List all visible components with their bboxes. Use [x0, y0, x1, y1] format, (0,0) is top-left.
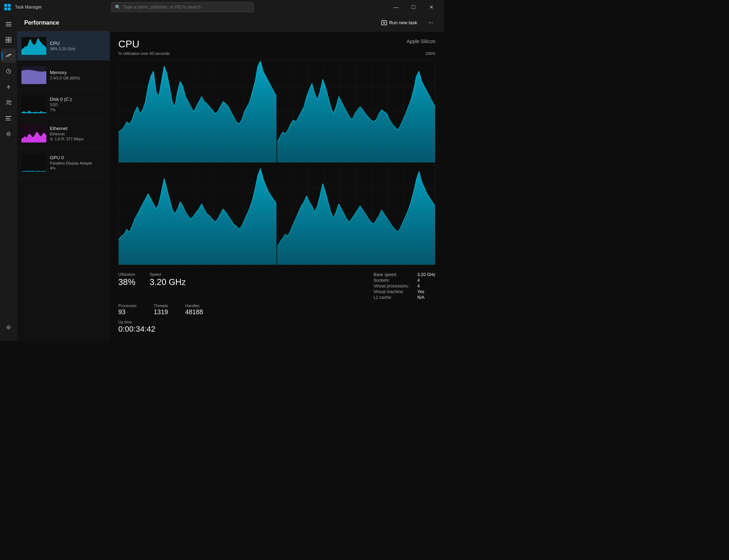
gpu-thumb [21, 154, 46, 172]
resource-item-gpu[interactable]: GPU 0 Parallels Display Adapte 4% [17, 148, 110, 177]
utilization-value: 38% [118, 277, 135, 287]
svg-rect-8 [9, 37, 11, 40]
run-new-task-label: Run new task [389, 20, 417, 25]
svg-point-14 [10, 101, 11, 102]
stat-utilization: Utilization 38% [118, 272, 135, 300]
processes-value: 93 [118, 308, 136, 316]
sockets-value: 4 [417, 278, 435, 283]
close-button[interactable]: ✕ [423, 1, 440, 13]
resource-item-cpu[interactable]: CPU 38% 3.20 GHz [17, 31, 110, 61]
svg-rect-17 [6, 120, 11, 120]
more-options-button[interactable]: ··· [425, 17, 437, 28]
search-icon: 🔍 [115, 5, 120, 10]
svg-rect-3 [8, 7, 11, 10]
sidebar-item-settings[interactable] [1, 320, 16, 335]
svg-rect-5 [6, 24, 11, 25]
ethernet-type: Ethernet [50, 132, 105, 136]
svg-rect-15 [6, 116, 11, 117]
sidebar-item-services[interactable] [1, 127, 16, 141]
stats-row-2: Processes 93 Threads 1319 Handles 48188 [118, 304, 435, 316]
sidebar-item-overview[interactable] [1, 33, 16, 47]
handles-label: Handles [185, 304, 203, 308]
graph-cell-2 [119, 163, 276, 265]
ethernet-name: Ethernet [50, 126, 105, 131]
sidebar-item-startup[interactable] [1, 80, 16, 94]
l1-label: L1 cache: [373, 295, 409, 300]
resource-item-ethernet[interactable]: Ethernet Ethernet S: 1.8 R: 377 Mbps [17, 119, 110, 148]
vm-value: Yes [417, 289, 435, 294]
svg-rect-0 [4, 4, 7, 7]
stat-handles: Handles 48188 [185, 304, 203, 316]
content-area: Performance Run new task ··· [17, 14, 444, 341]
disk-name: Disk 0 (C:) [50, 97, 105, 102]
threads-label: Threads [154, 304, 168, 308]
graphs-container [118, 61, 435, 265]
spec-table: Base speed: 3.20 GHz Sockets: 4 Virtual … [373, 272, 435, 300]
uptime-value: 0:00:34:42 [118, 325, 435, 334]
stat-speed: Speed 3.20 GHz [150, 272, 186, 300]
speed-value: 3.20 GHz [150, 277, 186, 287]
app-logo [4, 4, 11, 10]
graph-cell-1 [277, 61, 435, 162]
svg-rect-2 [4, 7, 7, 10]
svg-rect-7 [6, 37, 8, 40]
sockets-label: Sockets: [373, 278, 409, 283]
main-area: Performance Run new task ··· [0, 14, 444, 341]
disk-thumb [21, 95, 46, 113]
graph-cell-3 [277, 163, 435, 265]
memory-stats: 2.4/3.0 GB (80%) [50, 76, 105, 80]
stat-group-main: Utilization 38% Speed 3.20 GHz [118, 272, 186, 300]
sidebar-item-details[interactable] [1, 111, 16, 125]
memory-name: Memory [50, 70, 105, 75]
ethernet-speed: S: 1.8 R: 377 Mbps [50, 137, 105, 141]
handles-value: 48188 [185, 308, 203, 316]
header-actions: Run new task ··· [378, 17, 437, 28]
ethernet-info: Ethernet Ethernet S: 1.8 R: 377 Mbps [50, 126, 105, 141]
gpu-info: GPU 0 Parallels Display Adapte 4% [50, 155, 105, 170]
svg-rect-6 [6, 26, 11, 26]
threads-value: 1319 [154, 308, 168, 316]
stat-processes: Processes 93 [118, 304, 136, 316]
detail-panel: CPU Apple Silicon % Utilization over 60 … [110, 31, 444, 341]
window-controls: — ☐ ✕ [388, 1, 440, 13]
resource-list: CPU 38% 3.20 GHz Memory 2.4/3.0 GB (80%) [17, 31, 110, 341]
svg-point-19 [8, 327, 10, 328]
gpu-name: GPU 0 [50, 155, 105, 160]
gpu-usage: 4% [50, 166, 105, 170]
graph-label: % Utilization over 60 seconds [118, 51, 170, 56]
scale-max: 100% [425, 51, 435, 56]
header-bar: Performance Run new task ··· [17, 14, 444, 31]
svg-point-18 [7, 133, 10, 135]
speed-label: Speed [150, 272, 186, 276]
search-bar[interactable]: 🔍 [111, 2, 254, 12]
uptime-label: Up time [118, 320, 132, 324]
svg-rect-16 [6, 118, 10, 119]
cpu-thumb [21, 37, 46, 55]
stats-row: Utilization 38% Speed 3.20 GHz Base spee… [118, 272, 435, 300]
stat-threads: Threads 1319 [154, 304, 168, 316]
maximize-button[interactable]: ☐ [405, 1, 422, 13]
sidebar-item-menu[interactable] [1, 17, 16, 31]
page-title: Performance [24, 20, 59, 26]
cpu-info: CPU 38% 3.20 GHz [50, 41, 105, 51]
search-input[interactable] [123, 5, 250, 10]
vproc-value: 4 [417, 284, 435, 289]
svg-rect-4 [6, 22, 11, 23]
memory-thumb [21, 66, 46, 84]
uptime-section: Up time 0:00:34:42 [118, 320, 435, 334]
sidebar-item-performance[interactable] [1, 48, 16, 63]
graph-cell-0 [119, 61, 276, 162]
memory-info: Memory 2.4/3.0 GB (80%) [50, 70, 105, 80]
cpu-stats: 38% 3.20 GHz [50, 47, 105, 51]
detail-header: CPU Apple Silicon [118, 38, 435, 50]
resource-item-memory[interactable]: Memory 2.4/3.0 GB (80%) [17, 61, 110, 90]
sidebar-item-history[interactable] [1, 64, 16, 78]
gpu-adapter: Parallels Display Adapte [50, 161, 105, 165]
sidebar-item-users[interactable] [1, 95, 16, 110]
minimize-button[interactable]: — [388, 1, 404, 13]
utilization-label: Utilization [118, 272, 135, 276]
resource-item-disk[interactable]: Disk 0 (C:) SSD 7% [17, 90, 110, 119]
run-new-task-button[interactable]: Run new task [378, 18, 421, 28]
app-window: Task Manager 🔍 — ☐ ✕ [0, 0, 444, 341]
detail-title: CPU [118, 38, 139, 50]
